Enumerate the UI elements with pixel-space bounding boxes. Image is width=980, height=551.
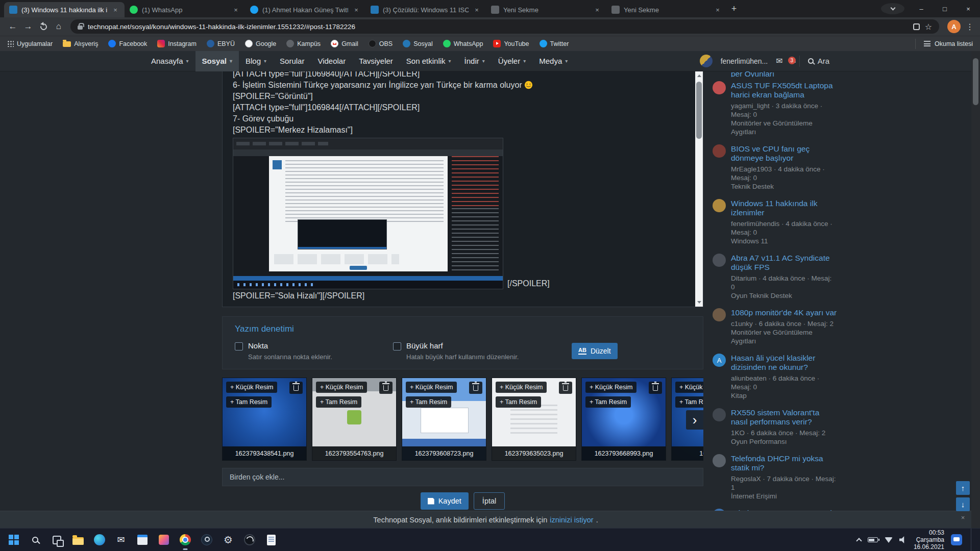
topic-title[interactable]: 1080p monitör'de 4K ayarı var [731,308,837,317]
nav-item-medya[interactable]: Medya▾ [532,51,574,71]
delete-attachment-button[interactable] [469,382,482,394]
notifications-icon[interactable] [951,534,962,545]
nav-item-tavsiyeler[interactable]: Tavsiyeler [352,51,400,71]
edge-button[interactable] [89,529,110,551]
post-editor[interactable]: [ATTACH type="full"]1069840[/ATTACH][/SP… [222,71,703,307]
apps-shortcut[interactable]: Uygulamalar [7,40,53,47]
bookmark-item[interactable]: Twitter [540,40,569,47]
profile-avatar[interactable]: A [947,20,961,33]
caret-icon[interactable]: ▾ [230,58,232,64]
show-desktop-strip[interactable] [971,529,973,551]
delete-attachment-button[interactable] [289,382,303,394]
caret-icon[interactable]: ▾ [264,58,266,64]
caret-icon[interactable]: ▾ [449,58,451,64]
save-button[interactable]: Kaydet [421,492,469,510]
topic-item[interactable]: ASUS TUF FX505dt Laptopa harici ekran ba… [713,77,840,140]
tab-close-icon[interactable]: × [714,6,722,14]
topic-item[interactable]: Windows 11 hakkında ilk izlenimler fener… [713,195,840,249]
option-label[interactable]: Büyük harf [406,341,519,350]
topic-item[interactable]: Telefonda DHCP mi yoksa statik mi? Regos… [713,450,840,505]
messages-icon[interactable]: ✉ [776,56,782,66]
tab-close-icon[interactable]: × [232,6,240,14]
store-button[interactable] [132,529,153,551]
browser-tab[interactable]: Yeni Sekme × [606,2,727,17]
topic-title[interactable]: Windows 11 hakkında ilk izlenimler [731,199,837,217]
bookmark-item[interactable]: Google [245,40,276,47]
new-tab-button[interactable]: + [727,2,741,16]
nav-item-son-etkinlik[interactable]: Son etkinlik▾ [400,51,458,71]
avatar[interactable] [713,199,726,212]
embedded-screenshot-image[interactable] [233,138,503,289]
site-search-button[interactable]: Ara [799,56,829,67]
nav-item-indir[interactable]: İndir▾ [458,51,492,71]
tab-close-icon[interactable]: × [593,6,601,14]
bookmark-item[interactable]: EBYÜ [207,40,235,47]
delete-attachment-button[interactable] [649,382,662,394]
topic-category[interactable]: Monitörler ve Görüntüleme Aygıtları [731,119,837,136]
reload-button[interactable] [36,19,51,34]
user-avatar[interactable] [700,55,713,67]
bookmark-item[interactable]: WhatsApp [443,40,483,47]
insert-full-image-button[interactable]: + Tam Resim [316,396,361,408]
steam-button[interactable] [196,529,217,551]
topic-item[interactable]: RX550 sistem Valorant'ta nasıl performan… [713,404,840,450]
username[interactable]: fenerlimühen... [721,57,768,65]
network-icon[interactable] [885,537,893,543]
insert-thumbnail-button[interactable]: + Küçük Resim [585,382,636,393]
maximize-button[interactable]: □ [933,0,957,17]
dismiss-scroll-buttons[interactable]: × [961,514,965,521]
nav-item-uyeler[interactable]: Üyeler▾ [492,51,532,71]
avatar[interactable]: A [713,354,726,367]
avatar[interactable] [713,408,726,421]
page-action-icon[interactable] [913,23,920,30]
tab-close-icon[interactable]: × [111,6,119,14]
topic-category[interactable]: Monitörler ve Görüntüleme Aygıtları [731,328,837,345]
attachments-next-button[interactable]: › [686,410,703,430]
page-scrollbar-thumb[interactable] [973,58,978,105]
caret-icon[interactable]: ▾ [565,58,568,64]
avatar[interactable] [713,144,726,158]
insert-full-image-button[interactable]: + Tam Resim [675,396,703,408]
delete-attachment-button[interactable] [559,382,572,394]
file-explorer-button[interactable] [67,529,89,551]
notepad-button[interactable] [260,529,282,551]
mail-button[interactable]: ✉ [110,529,132,551]
cancel-button[interactable]: İptal [474,492,505,510]
taskbar-clock[interactable]: 00:53 Çarşamba 16.06.2021 [914,529,944,550]
back-button[interactable]: ← [5,19,20,34]
nav-item-sorular[interactable]: Sorular [273,51,311,71]
avatar[interactable] [713,254,726,267]
scroll-top-button[interactable]: ↑ [956,481,970,495]
nav-item-videolar[interactable]: Videolar [311,51,352,71]
url-text[interactable]: technopat.net/sosyal/konu/windows-11-hak… [88,23,908,31]
home-button[interactable]: ⌂ [51,19,66,34]
bookmark-item[interactable]: Kampüs [286,40,321,47]
insert-thumbnail-button[interactable]: + Küçük Resim [226,382,277,393]
fix-button[interactable]: AB Düzelt [572,343,618,359]
browser-tab[interactable]: Yeni Sekme × [486,2,606,17]
insert-full-image-button[interactable]: + Tam Resim [585,396,631,408]
nav-item-anasayfa[interactable]: Anasayfa▾ [144,51,195,71]
insert-thumbnail-button[interactable]: + Küçük Resim [406,382,457,393]
browser-menu-button[interactable]: ⋮ [965,22,975,32]
forward-button[interactable]: → [20,19,36,34]
buyuk-harf-checkbox[interactable] [393,342,401,350]
browser-tab[interactable]: (3) Windows 11 hakkında ilk izlen × [4,2,125,17]
nav-item-sosyal[interactable]: Sosyal▾ [195,51,239,71]
topic-title[interactable]: ASUS TUF FX505dt Laptopa harici ekran ba… [731,81,837,99]
tab-close-icon[interactable]: × [473,6,481,14]
address-bar[interactable]: technopat.net/sosyal/konu/windows-11-hak… [70,19,939,34]
avatar[interactable] [713,308,726,321]
bookmark-item[interactable]: YouTube [493,40,529,47]
tab-search-button[interactable] [881,3,904,14]
editor-scrollbar[interactable] [695,71,703,307]
nav-item-blog[interactable]: Blog▾ [239,51,273,71]
volume-icon[interactable] [899,536,907,543]
delete-attachment-button[interactable] [379,382,393,394]
topic-category[interactable]: Oyun Teknik Destek [731,291,837,300]
nokta-checkbox[interactable] [235,342,243,350]
topic-title[interactable]: Hasan âli yücel klasikler dizisinden ne … [731,354,837,372]
caret-icon[interactable]: ▾ [186,58,189,64]
topic-category[interactable]: İnternet Erişimi [731,492,837,500]
scroll-bottom-button[interactable]: ↓ [956,497,970,511]
